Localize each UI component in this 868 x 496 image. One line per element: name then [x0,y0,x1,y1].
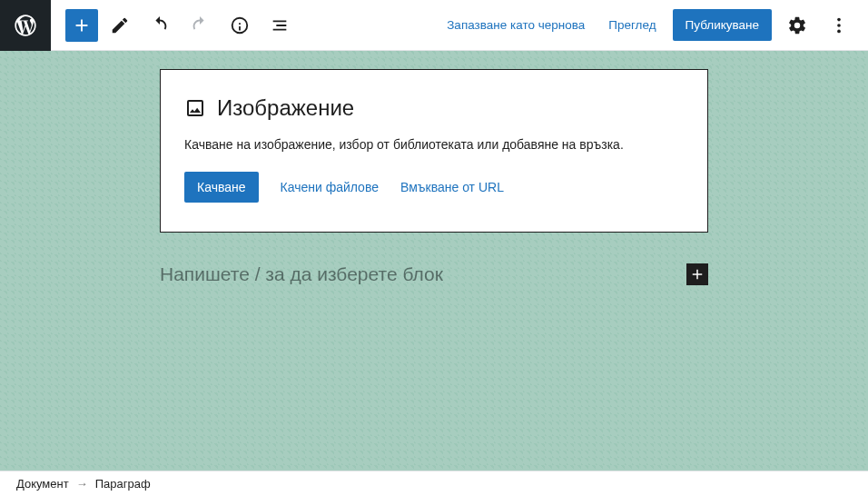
toolbar-left [51,7,298,44]
breadcrumb-current[interactable]: Параграф [95,477,151,491]
paragraph-block[interactable]: Напишете / за да изберете блок [160,263,708,285]
image-icon [184,97,206,119]
paragraph-placeholder[interactable]: Напишете / за да изберете блок [160,263,443,285]
more-vertical-icon [829,15,849,35]
info-button[interactable] [222,7,258,44]
undo-icon [150,15,170,35]
outline-button[interactable] [261,7,298,44]
preview-button[interactable]: Преглед [601,11,663,39]
image-block-actions: Качване Качени файлове Вмъкване от URL [184,172,684,203]
list-view-icon [270,15,290,35]
save-draft-button[interactable]: Запазване като чернова [439,11,592,39]
toolbar-right: Запазване като чернова Преглед Публикува… [439,9,868,42]
gear-icon [787,15,807,35]
redo-button[interactable] [182,7,218,44]
plus-icon [72,15,92,35]
inline-add-block-button[interactable] [686,263,708,285]
svg-point-0 [837,17,841,21]
wordpress-logo[interactable] [0,0,51,51]
breadcrumb-arrow-icon: → [76,477,88,491]
more-options-button[interactable] [823,9,855,42]
wordpress-icon [13,13,38,38]
add-block-button[interactable] [65,9,98,42]
image-block-description: Качване на изображение, избор от библиот… [184,137,684,152]
undo-button[interactable] [142,7,178,44]
media-library-button[interactable]: Качени файлове [281,180,379,194]
canvas-inner: Изображение Качване на изображение, избо… [80,69,788,285]
plus-icon [689,266,705,283]
tools-button[interactable] [102,7,138,44]
breadcrumb-root[interactable]: Документ [16,477,69,491]
upload-button[interactable]: Качване [184,172,259,203]
info-icon [230,15,250,35]
editor-canvas: Изображение Качване на изображение, избо… [0,51,868,471]
image-block-placeholder[interactable]: Изображение Качване на изображение, избо… [160,69,708,233]
insert-from-url-button[interactable]: Вмъкване от URL [400,180,504,194]
image-block-title: Изображение [217,95,354,121]
image-block-header: Изображение [184,95,684,121]
svg-point-1 [837,24,841,27]
breadcrumb: Документ → Параграф [0,471,868,496]
redo-icon [190,15,210,35]
svg-point-2 [837,29,841,33]
pencil-icon [110,15,130,35]
settings-button[interactable] [781,9,814,42]
editor-topbar: Запазване като чернова Преглед Публикува… [0,0,868,51]
publish-button[interactable]: Публикуване [673,9,772,41]
